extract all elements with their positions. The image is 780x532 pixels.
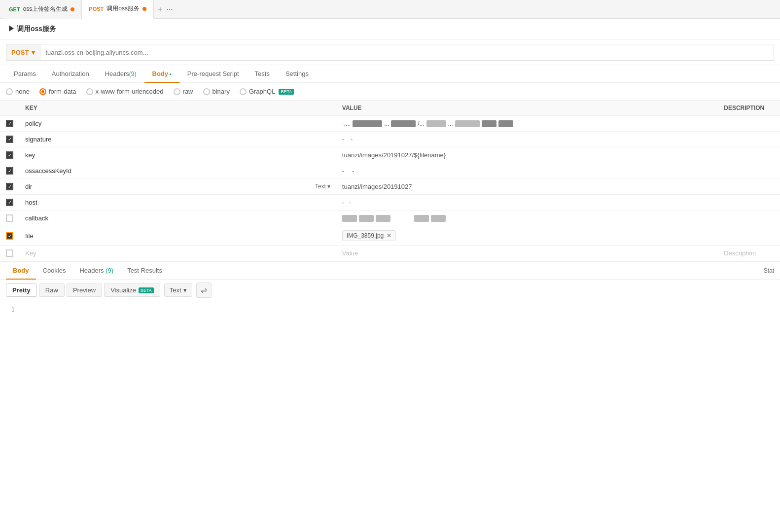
method-select[interactable]: POST ▾ bbox=[6, 44, 40, 61]
body-type-bar: none form-data x-www-form-urlencoded raw… bbox=[0, 83, 780, 101]
raw-button[interactable]: Raw bbox=[39, 284, 65, 297]
row-file-checkbox[interactable]: ✓ bbox=[6, 232, 13, 240]
row-host-checkbox[interactable]: ✓ bbox=[6, 199, 13, 206]
response-tab-body[interactable]: Body bbox=[6, 262, 36, 279]
pretty-button[interactable]: Pretty bbox=[6, 284, 37, 297]
row-osskey-key: ossaccessKeyId bbox=[19, 163, 336, 179]
preview-button[interactable]: Preview bbox=[67, 284, 102, 297]
col-desc-header: DESCRIPTION bbox=[718, 101, 780, 116]
tab-params[interactable]: Params bbox=[6, 65, 44, 82]
line-number: 1 bbox=[5, 306, 15, 313]
wrap-button[interactable]: ⇌ bbox=[196, 283, 212, 298]
col-key-header: KEY bbox=[19, 101, 336, 116]
row-policy-key: policy bbox=[19, 116, 336, 132]
placeholder-checkbox[interactable] bbox=[6, 249, 13, 257]
tab-get-oss[interactable]: GET oss上传签名生成 bbox=[2, 0, 82, 19]
visualize-button[interactable]: Visualize BETA bbox=[104, 284, 160, 297]
graphql-beta-tag: BETA bbox=[279, 89, 294, 95]
table-row: ✓ key tuanzi/images/20191027/${filename} bbox=[0, 147, 780, 163]
row-file-desc bbox=[718, 226, 780, 246]
radio-none[interactable]: none bbox=[6, 88, 30, 95]
response-toolbar: Pretty Raw Preview Visualize BETA Text ▾… bbox=[0, 280, 780, 301]
row-osskey-value[interactable]: - - bbox=[336, 163, 718, 179]
add-tab-icon: + bbox=[158, 5, 162, 14]
row-host-key: host bbox=[19, 195, 336, 211]
row-callback-checkbox[interactable] bbox=[6, 214, 13, 222]
placeholder-desc: Description bbox=[718, 246, 780, 261]
row-dir-checkbox[interactable]: ✓ bbox=[6, 183, 13, 190]
placeholder-value[interactable]: Value bbox=[336, 246, 718, 261]
row-dir-value[interactable]: tuanzi/images/20191027 bbox=[336, 179, 718, 195]
method-label: POST bbox=[11, 49, 29, 56]
table-row: ✓ policy -,... ... /... ... bbox=[0, 116, 780, 132]
row-host-value[interactable]: - - bbox=[336, 195, 718, 211]
tab-pre-request-script[interactable]: Pre-request Script bbox=[179, 65, 247, 82]
radio-raw-circle bbox=[174, 88, 180, 95]
tab-post-title: 调用oss服务 bbox=[106, 4, 140, 13]
tab-tests[interactable]: Tests bbox=[247, 65, 278, 82]
response-section: Body Cookies Headers (9) Test Results St… bbox=[0, 261, 780, 331]
tab-authorization[interactable]: Authorization bbox=[44, 65, 97, 82]
method-dropdown-icon: ▾ bbox=[32, 49, 35, 56]
tab-settings[interactable]: Settings bbox=[278, 65, 317, 82]
tab-add-button[interactable]: + ··· bbox=[154, 5, 177, 14]
status-label: Stat bbox=[764, 267, 774, 274]
response-tab-headers[interactable]: Headers (9) bbox=[72, 262, 120, 279]
row-signature-key: signature bbox=[19, 132, 336, 147]
response-tab-test-results[interactable]: Test Results bbox=[120, 262, 169, 279]
radio-graphql[interactable]: GraphQL BETA bbox=[240, 88, 294, 95]
request-nav-tabs: Params Authorization Headers(9) Body● Pr… bbox=[0, 65, 780, 83]
col-value-header: VALUE bbox=[336, 101, 718, 116]
tab-headers[interactable]: Headers(9) bbox=[97, 65, 144, 82]
chevron-down-icon: ▾ bbox=[327, 183, 330, 190]
row-signature-value[interactable]: - - bbox=[336, 132, 718, 147]
radio-binary[interactable]: binary bbox=[203, 88, 230, 95]
text-format-select[interactable]: Text ▾ bbox=[164, 284, 192, 297]
row-dir-key: dir Text ▾ bbox=[19, 179, 336, 195]
tab-get-title: oss上传签名生成 bbox=[23, 5, 68, 13]
tabs-bar: GET oss上传签名生成 POST 调用oss服务 + ··· bbox=[0, 0, 780, 19]
file-remove-icon[interactable]: ✕ bbox=[387, 232, 391, 239]
row-policy-value[interactable]: -,... ... /... ... bbox=[336, 116, 718, 132]
row-callback-desc bbox=[718, 211, 780, 226]
tab-post-dot bbox=[142, 7, 146, 11]
col-check-header bbox=[0, 101, 19, 116]
tab-body[interactable]: Body● bbox=[144, 65, 179, 82]
code-area: 1 bbox=[0, 301, 780, 331]
radio-none-circle bbox=[6, 88, 13, 95]
code-content[interactable] bbox=[20, 306, 780, 326]
file-badge: IMG_3859.jpg ✕ bbox=[342, 230, 396, 241]
row-signature-desc bbox=[718, 132, 780, 147]
tab-post-oss[interactable]: POST 调用oss服务 bbox=[82, 0, 154, 19]
visualize-beta-tag: BETA bbox=[139, 287, 154, 293]
row-key-key: key bbox=[19, 147, 336, 163]
method-post-label: POST bbox=[89, 6, 104, 12]
row-signature-checkbox[interactable]: ✓ bbox=[6, 136, 13, 143]
table-row: ✓ host - - bbox=[0, 195, 780, 211]
radio-raw[interactable]: raw bbox=[174, 88, 193, 95]
url-input[interactable] bbox=[40, 44, 774, 61]
collapse-arrow-icon[interactable]: ▶ 调用oss服务 bbox=[8, 25, 56, 34]
dir-text-type-btn[interactable]: Text ▾ bbox=[315, 183, 330, 190]
row-osskey-checkbox[interactable]: ✓ bbox=[6, 167, 13, 175]
row-policy-desc bbox=[718, 116, 780, 132]
url-bar: POST ▾ bbox=[0, 40, 780, 65]
table-row: callback bbox=[0, 211, 780, 226]
table-row: ✓ ossaccessKeyId - - bbox=[0, 163, 780, 179]
row-file-value[interactable]: IMG_3859.jpg ✕ bbox=[336, 226, 718, 246]
row-policy-checkbox[interactable]: ✓ bbox=[6, 120, 13, 127]
more-tabs-icon: ··· bbox=[166, 5, 173, 14]
text-dropdown-icon: ▾ bbox=[183, 286, 187, 294]
tab-get-dot bbox=[71, 7, 74, 11]
row-key-checkbox[interactable]: ✓ bbox=[6, 151, 13, 159]
placeholder-key[interactable]: Key bbox=[19, 246, 336, 261]
radio-form-data[interactable]: form-data bbox=[39, 88, 76, 95]
row-callback-value[interactable] bbox=[336, 211, 718, 226]
radio-urlencoded[interactable]: x-www-form-urlencoded bbox=[86, 88, 164, 95]
table-row: ✓ signature - - bbox=[0, 132, 780, 147]
row-key-value[interactable]: tuanzi/images/20191027/${filename} bbox=[336, 147, 718, 163]
method-get-label: GET bbox=[9, 6, 20, 12]
row-callback-key: callback bbox=[19, 211, 336, 226]
form-data-table: KEY VALUE DESCRIPTION ✓ policy -,... ...… bbox=[0, 101, 780, 261]
response-tab-cookies[interactable]: Cookies bbox=[36, 262, 73, 279]
